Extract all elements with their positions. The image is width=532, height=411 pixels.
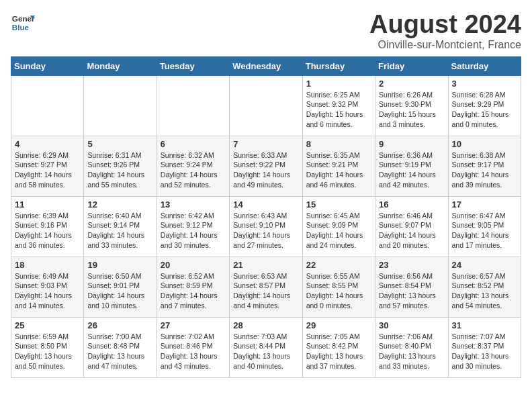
day-cell <box>84 75 157 136</box>
day-cell: 9Sunrise: 6:36 AM Sunset: 9:19 PM Daylig… <box>375 136 448 196</box>
day-detail: Sunrise: 7:07 AM Sunset: 8:37 PM Dayligh… <box>452 332 517 371</box>
day-number: 12 <box>87 199 152 210</box>
day-cell: 15Sunrise: 6:45 AM Sunset: 9:09 PM Dayli… <box>302 196 375 257</box>
day-detail: Sunrise: 6:56 AM Sunset: 8:54 PM Dayligh… <box>379 271 444 311</box>
dow-thursday: Thursday <box>302 56 375 75</box>
day-detail: Sunrise: 6:33 AM Sunset: 9:22 PM Dayligh… <box>233 150 298 190</box>
calendar-subtitle: Oinville-sur-Montcient, France <box>369 39 521 51</box>
day-cell: 28Sunrise: 7:03 AM Sunset: 8:44 PM Dayli… <box>230 317 302 377</box>
day-detail: Sunrise: 7:06 AM Sunset: 8:40 PM Dayligh… <box>379 332 444 371</box>
day-number: 7 <box>233 139 298 149</box>
day-number: 11 <box>15 199 80 210</box>
day-cell <box>11 75 84 136</box>
day-cell: 13Sunrise: 6:42 AM Sunset: 9:12 PM Dayli… <box>157 196 229 257</box>
day-detail: Sunrise: 6:43 AM Sunset: 9:10 PM Dayligh… <box>233 211 298 250</box>
day-detail: Sunrise: 6:39 AM Sunset: 9:16 PM Dayligh… <box>15 211 80 250</box>
day-number: 2 <box>379 79 444 89</box>
day-number: 18 <box>15 260 80 270</box>
day-detail: Sunrise: 6:55 AM Sunset: 8:55 PM Dayligh… <box>306 271 371 311</box>
day-detail: Sunrise: 6:32 AM Sunset: 9:24 PM Dayligh… <box>161 150 226 190</box>
day-detail: Sunrise: 7:03 AM Sunset: 8:44 PM Dayligh… <box>233 332 298 371</box>
day-cell: 6Sunrise: 6:32 AM Sunset: 9:24 PM Daylig… <box>157 136 229 196</box>
logo-icon: General Blue <box>11 11 35 35</box>
dow-tuesday: Tuesday <box>157 56 229 75</box>
day-detail: Sunrise: 6:28 AM Sunset: 9:29 PM Dayligh… <box>452 90 517 130</box>
day-cell: 21Sunrise: 6:53 AM Sunset: 8:57 PM Dayli… <box>230 257 302 317</box>
day-detail: Sunrise: 6:35 AM Sunset: 9:21 PM Dayligh… <box>306 150 371 190</box>
dow-sunday: Sunday <box>11 56 84 75</box>
day-number: 4 <box>15 139 80 149</box>
day-number: 16 <box>379 199 444 210</box>
day-number: 1 <box>306 79 371 89</box>
days-of-week-header: SundayMondayTuesdayWednesdayThursdayFrid… <box>11 56 521 75</box>
day-number: 9 <box>379 139 444 149</box>
day-cell: 31Sunrise: 7:07 AM Sunset: 8:37 PM Dayli… <box>448 317 521 377</box>
week-row-3: 11Sunrise: 6:39 AM Sunset: 9:16 PM Dayli… <box>11 196 521 257</box>
day-number: 3 <box>452 79 517 89</box>
day-cell: 22Sunrise: 6:55 AM Sunset: 8:55 PM Dayli… <box>302 257 375 317</box>
day-number: 20 <box>161 260 226 270</box>
day-detail: Sunrise: 6:52 AM Sunset: 8:59 PM Dayligh… <box>161 271 226 311</box>
day-number: 8 <box>306 139 371 149</box>
day-number: 14 <box>233 199 298 210</box>
day-number: 21 <box>233 260 298 270</box>
day-detail: Sunrise: 6:31 AM Sunset: 9:26 PM Dayligh… <box>87 150 152 190</box>
day-detail: Sunrise: 6:49 AM Sunset: 9:03 PM Dayligh… <box>15 271 80 311</box>
day-detail: Sunrise: 7:05 AM Sunset: 8:42 PM Dayligh… <box>306 332 371 371</box>
logo: General Blue <box>11 11 35 35</box>
day-detail: Sunrise: 6:29 AM Sunset: 9:27 PM Dayligh… <box>15 150 80 190</box>
day-cell: 11Sunrise: 6:39 AM Sunset: 9:16 PM Dayli… <box>11 196 84 257</box>
day-cell: 4Sunrise: 6:29 AM Sunset: 9:27 PM Daylig… <box>11 136 84 196</box>
day-cell: 26Sunrise: 7:00 AM Sunset: 8:48 PM Dayli… <box>84 317 157 377</box>
day-detail: Sunrise: 6:45 AM Sunset: 9:09 PM Dayligh… <box>306 211 371 250</box>
day-cell <box>157 75 229 136</box>
calendar-title: August 2024 <box>369 11 521 39</box>
day-detail: Sunrise: 6:40 AM Sunset: 9:14 PM Dayligh… <box>87 211 152 250</box>
week-row-5: 25Sunrise: 6:59 AM Sunset: 8:50 PM Dayli… <box>11 317 521 377</box>
dow-friday: Friday <box>375 56 448 75</box>
day-detail: Sunrise: 6:53 AM Sunset: 8:57 PM Dayligh… <box>233 271 298 311</box>
day-cell: 5Sunrise: 6:31 AM Sunset: 9:26 PM Daylig… <box>84 136 157 196</box>
day-cell: 23Sunrise: 6:56 AM Sunset: 8:54 PM Dayli… <box>375 257 448 317</box>
day-cell <box>230 75 302 136</box>
day-number: 22 <box>306 260 371 270</box>
calendar-body: 1Sunrise: 6:25 AM Sunset: 9:32 PM Daylig… <box>11 75 521 377</box>
svg-text:Blue: Blue <box>12 23 30 32</box>
day-number: 27 <box>161 320 226 330</box>
day-detail: Sunrise: 7:00 AM Sunset: 8:48 PM Dayligh… <box>87 332 152 371</box>
day-number: 17 <box>452 199 517 210</box>
day-cell: 25Sunrise: 6:59 AM Sunset: 8:50 PM Dayli… <box>11 317 84 377</box>
day-number: 6 <box>161 139 226 149</box>
page-header: General Blue August 2024 Oinville-sur-Mo… <box>11 11 521 51</box>
dow-monday: Monday <box>84 56 157 75</box>
day-number: 29 <box>306 320 371 330</box>
day-cell: 3Sunrise: 6:28 AM Sunset: 9:29 PM Daylig… <box>448 75 521 136</box>
day-cell: 8Sunrise: 6:35 AM Sunset: 9:21 PM Daylig… <box>302 136 375 196</box>
calendar-table: SundayMondayTuesdayWednesdayThursdayFrid… <box>11 56 521 378</box>
day-number: 25 <box>15 320 80 330</box>
day-cell: 18Sunrise: 6:49 AM Sunset: 9:03 PM Dayli… <box>11 257 84 317</box>
day-cell: 17Sunrise: 6:47 AM Sunset: 9:05 PM Dayli… <box>448 196 521 257</box>
day-cell: 12Sunrise: 6:40 AM Sunset: 9:14 PM Dayli… <box>84 196 157 257</box>
day-number: 15 <box>306 199 371 210</box>
day-detail: Sunrise: 6:50 AM Sunset: 9:01 PM Dayligh… <box>87 271 152 311</box>
day-cell: 1Sunrise: 6:25 AM Sunset: 9:32 PM Daylig… <box>302 75 375 136</box>
day-detail: Sunrise: 6:47 AM Sunset: 9:05 PM Dayligh… <box>452 211 517 250</box>
day-number: 5 <box>87 139 152 149</box>
week-row-4: 18Sunrise: 6:49 AM Sunset: 9:03 PM Dayli… <box>11 257 521 317</box>
day-cell: 10Sunrise: 6:38 AM Sunset: 9:17 PM Dayli… <box>448 136 521 196</box>
day-number: 24 <box>452 260 517 270</box>
day-detail: Sunrise: 6:25 AM Sunset: 9:32 PM Dayligh… <box>306 90 371 130</box>
dow-wednesday: Wednesday <box>230 56 302 75</box>
day-detail: Sunrise: 6:57 AM Sunset: 8:52 PM Dayligh… <box>452 271 517 311</box>
day-number: 13 <box>161 199 226 210</box>
day-cell: 2Sunrise: 6:26 AM Sunset: 9:30 PM Daylig… <box>375 75 448 136</box>
day-detail: Sunrise: 6:36 AM Sunset: 9:19 PM Dayligh… <box>379 150 444 190</box>
day-number: 28 <box>233 320 298 330</box>
dow-saturday: Saturday <box>448 56 521 75</box>
day-cell: 27Sunrise: 7:02 AM Sunset: 8:46 PM Dayli… <box>157 317 229 377</box>
week-row-2: 4Sunrise: 6:29 AM Sunset: 9:27 PM Daylig… <box>11 136 521 196</box>
day-cell: 7Sunrise: 6:33 AM Sunset: 9:22 PM Daylig… <box>230 136 302 196</box>
day-cell: 20Sunrise: 6:52 AM Sunset: 8:59 PM Dayli… <box>157 257 229 317</box>
day-detail: Sunrise: 6:38 AM Sunset: 9:17 PM Dayligh… <box>452 150 517 190</box>
